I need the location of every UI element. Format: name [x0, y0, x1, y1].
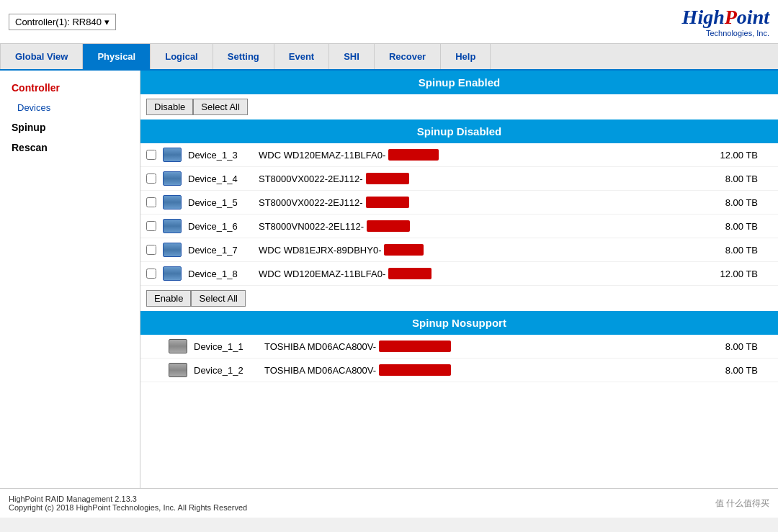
device-1-3-model: WDC WD120EMAZ-11BLFA0-	[259, 149, 702, 161]
nav-recover[interactable]: Recover	[375, 44, 441, 69]
sidebar-item-rescan[interactable]: Rescan	[0, 137, 140, 158]
device-1-6-name: Device_1_6	[188, 221, 253, 232]
device-row-nosup: Device_1_2 TOSHIBA MD06ACA800V- 8.00 TB	[140, 359, 778, 382]
logo-area: HighPoint Technologies, Inc.	[682, 6, 769, 37]
select-all-enabled-button[interactable]: Select All	[193, 99, 247, 115]
nav-event[interactable]: Event	[274, 44, 329, 69]
footer-text: HighPoint RAID Management 2.13.3 Copyrig…	[9, 495, 247, 512]
spinup-enabled-header: Spinup Enabled	[140, 71, 778, 94]
device-1-4-name: Device_1_4	[188, 173, 253, 184]
device-1-3-name: Device_1_3	[188, 150, 253, 161]
device-1-6-icon	[162, 218, 182, 234]
spinup-disabled-header: Spinup Disabled	[140, 120, 778, 143]
device-1-5-checkbox[interactable]	[146, 197, 156, 207]
nav-shi[interactable]: SHI	[329, 44, 375, 69]
footer-watermark: 值 什么值得买	[715, 497, 769, 510]
logo-text: HighPoint	[682, 6, 769, 29]
footer: HighPoint RAID Management 2.13.3 Copyrig…	[0, 488, 778, 518]
device-1-8-model: WDC WD120EMAZ-11BLFA0-	[259, 268, 702, 279]
device-1-8-checkbox[interactable]	[146, 269, 156, 279]
device-1-5-size: 8.00 TB	[707, 197, 772, 208]
device-1-7-model: WDC WD81EJRX-89DBHY0-	[259, 244, 702, 256]
device-1-5-model: ST8000VX0022-2EJ112-	[259, 197, 702, 208]
device-1-8-size: 12.00 TB	[707, 269, 772, 279]
spinup-disabled-buttons: Enable Select All	[140, 286, 778, 311]
device-1-4-checkbox[interactable]	[146, 173, 156, 184]
logo-sub: Technologies, Inc.	[682, 29, 769, 37]
controller-label: Controller(1): RR840	[15, 17, 102, 27]
device-1-1-icon	[168, 338, 188, 354]
footer-line2: Copyright (c) 2018 HighPoint Technologie…	[9, 503, 247, 512]
nav-help[interactable]: Help	[441, 44, 491, 69]
device-row-nosup: Device_1_1 TOSHIBA MD06ACA800V- 8.00 TB	[140, 335, 778, 359]
device-1-2-icon	[168, 362, 188, 378]
device-1-7-checkbox[interactable]	[146, 245, 156, 255]
device-1-8-icon	[162, 266, 182, 281]
device-1-8-name: Device_1_8	[188, 269, 253, 279]
spinup-enabled-buttons: Disable Select All	[140, 94, 778, 120]
device-row: Device_1_3 WDC WD120EMAZ-11BLFA0- 12.00 …	[140, 143, 778, 167]
main-layout: Controller Devices Spinup Rescan Spinup …	[0, 71, 778, 488]
device-row: Device_1_8 WDC WD120EMAZ-11BLFA0- 12.00 …	[140, 262, 778, 286]
device-row: Device_1_6 ST8000VN0022-2EL112- 8.00 TB	[140, 215, 778, 238]
footer-line1: HighPoint RAID Management 2.13.3	[9, 495, 247, 503]
controller-dropdown[interactable]: Controller(1): RR840 ▾	[9, 14, 116, 30]
nav-global-view[interactable]: Global View	[0, 44, 83, 69]
device-1-2-size: 8.00 TB	[707, 365, 772, 376]
select-all-disabled-button[interactable]: Select All	[191, 290, 245, 307]
device-1-2-name: Device_1_2	[194, 365, 259, 376]
device-1-5-icon	[162, 194, 182, 210]
sidebar-item-controller[interactable]: Controller	[0, 78, 140, 98]
device-1-3-size: 12.00 TB	[707, 150, 772, 161]
device-1-6-size: 8.00 TB	[707, 221, 772, 232]
device-1-1-name: Device_1_1	[194, 341, 259, 352]
nav-logical[interactable]: Logical	[151, 44, 213, 69]
device-1-2-model: TOSHIBA MD06ACA800V-	[264, 364, 702, 376]
device-1-3-icon	[162, 147, 182, 163]
device-row: Device_1_5 ST8000VX0022-2EJ112- 8.00 TB	[140, 191, 778, 215]
sidebar-item-devices[interactable]: Devices	[0, 98, 140, 117]
device-row: Device_1_7 WDC WD81EJRX-89DBHY0- 8.00 TB	[140, 238, 778, 262]
device-1-1-size: 8.00 TB	[707, 341, 772, 352]
disable-button[interactable]: Disable	[146, 99, 193, 115]
nav-bar: Global View Physical Logical Setting Eve…	[0, 44, 778, 71]
enable-button[interactable]: Enable	[146, 290, 191, 307]
spinup-nosupport-header: Spinup Nosupport	[140, 311, 778, 335]
sidebar-item-spinup[interactable]: Spinup	[0, 117, 140, 137]
device-1-7-icon	[162, 242, 182, 258]
device-1-3-checkbox[interactable]	[146, 150, 156, 160]
device-1-4-icon	[162, 171, 182, 186]
nav-setting[interactable]: Setting	[213, 44, 274, 69]
device-1-1-model: TOSHIBA MD06ACA800V-	[264, 341, 702, 352]
nav-physical[interactable]: Physical	[83, 44, 151, 69]
device-row: Device_1_4 ST8000VX0022-2EJ112- 8.00 TB	[140, 167, 778, 191]
device-1-6-checkbox[interactable]	[146, 221, 156, 231]
top-bar: Controller(1): RR840 ▾ HighPoint Technol…	[0, 0, 778, 44]
dropdown-arrow: ▾	[104, 17, 109, 27]
device-1-6-model: ST8000VN0022-2EL112-	[259, 220, 702, 232]
content-area: Spinup Enabled Disable Select All Spinup…	[140, 71, 778, 488]
device-1-4-size: 8.00 TB	[707, 173, 772, 184]
device-1-5-name: Device_1_5	[188, 197, 253, 208]
sidebar: Controller Devices Spinup Rescan	[0, 71, 140, 488]
device-1-7-size: 8.00 TB	[707, 245, 772, 256]
device-1-7-name: Device_1_7	[188, 245, 253, 256]
device-1-4-model: ST8000VX0022-2EJ112-	[259, 173, 702, 184]
